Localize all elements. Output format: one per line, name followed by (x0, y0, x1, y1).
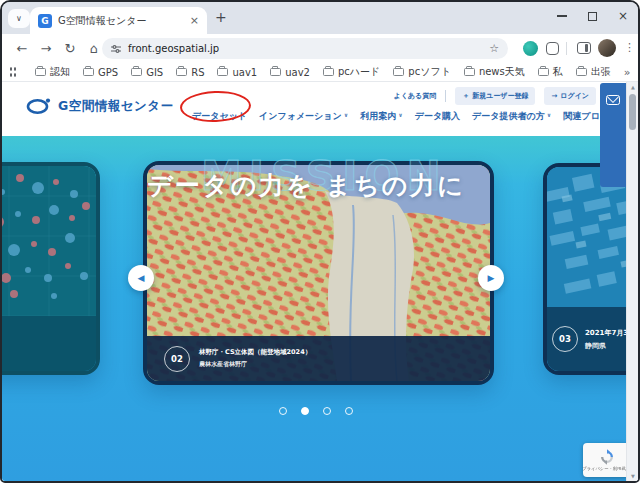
logo-text: G空間情報センター (58, 98, 174, 115)
recaptcha-icon (599, 449, 615, 465)
main-navigation: データセット インフォメーション∨ 利用案内∨ データ購入 データ提供者の方∨ … (192, 110, 638, 123)
recaptcha-label: プライバシー・利用規約 (583, 466, 631, 471)
register-button[interactable]: ＋新規ユーザー登録 (455, 87, 535, 105)
folder-icon (393, 68, 404, 76)
menu-kebab-icon[interactable]: ⋮ (624, 42, 635, 53)
bookmark-folder[interactable]: 出張 (576, 65, 611, 79)
browser-window: ∨ G G空間情報センター × + × ← → ↻ ⌂ front.geospa… (0, 0, 640, 483)
apps-grid-icon[interactable] (10, 67, 16, 77)
pagination-dot-3[interactable] (323, 407, 331, 415)
maximize-button[interactable] (588, 12, 597, 21)
minimize-button[interactable] (557, 15, 567, 17)
reload-button[interactable]: ↻ (60, 34, 80, 63)
utility-divider (445, 90, 446, 102)
home-button[interactable]: ⌂ (84, 34, 104, 63)
bookmarks-bar: 認知 GPS GIS RS uav1 uav2 pcハード pcソフト news… (2, 63, 638, 82)
arrow-left-icon: ◀ (138, 273, 145, 283)
address-bar[interactable]: front.geospatial.jp ☆ (102, 38, 508, 59)
carousel-prev-button[interactable]: ◀ (128, 265, 154, 291)
bookmark-label: 出張 (591, 65, 611, 79)
extension-icon[interactable] (523, 41, 538, 56)
bookmark-label: 認知 (50, 65, 70, 79)
header-utility: よくある質問 ＋新規ユーザー登録 →ログイン (393, 87, 596, 105)
bookmark-star-icon[interactable]: ☆ (489, 42, 499, 55)
nav-item-guide[interactable]: 利用案内∨ (360, 110, 402, 123)
carousel-next-button[interactable]: ▶ (478, 265, 504, 291)
bookmark-label: 私 (553, 65, 563, 79)
scrollbar-thumb[interactable] (629, 94, 636, 130)
site-favicon-icon: G (38, 14, 52, 28)
bookmark-folder[interactable]: pcハード (323, 65, 380, 79)
hero-heading: データの力を まちの力に (147, 169, 465, 202)
new-tab-button[interactable]: + (215, 9, 227, 25)
bookmark-label: GIS (146, 67, 163, 78)
slide-number-badge: 02 (164, 346, 190, 372)
carousel-slide-next[interactable]: 03 2021年7月3日 静岡県 (543, 163, 626, 375)
tab-search-chevron-icon: ∨ (16, 14, 22, 23)
scroll-down-icon[interactable]: ▼ (627, 473, 638, 479)
toolbar-divider (566, 42, 567, 55)
folder-icon (35, 68, 46, 76)
page-viewport: G空間情報センター よくある質問 ＋新規ユーザー登録 →ログイン データセット … (2, 82, 638, 481)
contact-tab[interactable] (600, 83, 626, 187)
scroll-up-icon[interactable]: ▲ (627, 84, 638, 90)
bookmark-label: RS (191, 67, 204, 78)
tab-search-button[interactable]: ∨ (8, 9, 30, 28)
dot-map-image (2, 166, 96, 371)
bookmark-folder[interactable]: RS (176, 67, 204, 78)
nav-item-purchase[interactable]: データ購入 (415, 110, 460, 123)
mail-icon (606, 95, 620, 105)
bookmark-folder[interactable]: uav1 (217, 67, 257, 78)
bookmark-folder[interactable]: GPS (83, 67, 118, 78)
chevron-down-icon: ∨ (547, 112, 551, 118)
chevron-down-icon: ∨ (398, 112, 402, 118)
site-header: G空間情報センター よくある質問 ＋新規ユーザー登録 →ログイン データセット … (2, 82, 626, 136)
bookmark-folder[interactable]: 私 (538, 65, 563, 79)
bookmark-label: pcハード (338, 65, 380, 79)
url-text[interactable]: front.geospatial.jp (128, 43, 482, 54)
site-logo[interactable]: G空間情報センター (26, 97, 174, 115)
profile-avatar[interactable] (598, 39, 616, 57)
recaptcha-badge[interactable]: プライバシー・利用規約 (583, 443, 630, 477)
window-controls: × (557, 8, 628, 24)
carousel-slide-previous[interactable] (2, 162, 100, 375)
back-button[interactable]: ← (12, 34, 32, 63)
folder-icon (323, 68, 334, 76)
carousel-pagination (279, 407, 353, 415)
slide-subtitle: 農林水産省林野庁 (199, 360, 311, 369)
folder-icon (83, 68, 94, 76)
faq-link[interactable]: よくある質問 (393, 91, 436, 101)
bookmarks-overflow-button[interactable]: » (624, 66, 631, 79)
site-settings-icon[interactable] (111, 44, 121, 54)
pagination-dot-4[interactable] (345, 407, 353, 415)
extensions-menu-icon[interactable] (546, 42, 559, 55)
folder-icon (270, 68, 281, 76)
bookmark-folder[interactable]: news天気 (464, 65, 525, 79)
bookmark-label: pcソフト (408, 65, 451, 79)
bookmark-folder[interactable]: GIS (131, 67, 163, 78)
bookmark-folder[interactable]: 認知 (35, 65, 70, 79)
tab-title: G空間情報センター (58, 14, 186, 28)
tab-close-icon[interactable]: × (190, 14, 199, 27)
bookmark-label: news天気 (479, 65, 525, 79)
slide-title: 2021年7月3日 (585, 328, 626, 338)
pagination-dot-1[interactable] (279, 407, 287, 415)
side-panel-icon[interactable] (577, 42, 591, 54)
close-button[interactable]: × (618, 10, 628, 22)
folder-icon (576, 68, 587, 76)
nav-item-information[interactable]: インフォメーション∨ (259, 110, 348, 123)
folder-icon (131, 68, 142, 76)
page-scrollbar[interactable]: ▲ ▼ (626, 82, 638, 481)
bookmark-folder[interactable]: pcソフト (393, 65, 451, 79)
bookmark-folder[interactable]: uav2 (270, 67, 310, 78)
tab-strip: ∨ G G空間情報センター × + × (2, 2, 638, 34)
slide-caption: 02 林野庁・CS立体図（能登地域2024） 農林水産省林野庁 (147, 336, 490, 381)
login-button[interactable]: →ログイン (544, 87, 596, 105)
nav-item-dataset[interactable]: データセット (192, 110, 247, 123)
nav-item-providers[interactable]: データ提供者の方∨ (472, 110, 551, 123)
slide-title: 林野庁・CS立体図（能登地域2024） (199, 348, 311, 357)
browser-tab[interactable]: G G空間情報センター × (30, 7, 207, 34)
forward-button[interactable]: → (36, 34, 56, 63)
pagination-dot-2-active[interactable] (301, 407, 309, 415)
logo-icon (26, 97, 52, 115)
